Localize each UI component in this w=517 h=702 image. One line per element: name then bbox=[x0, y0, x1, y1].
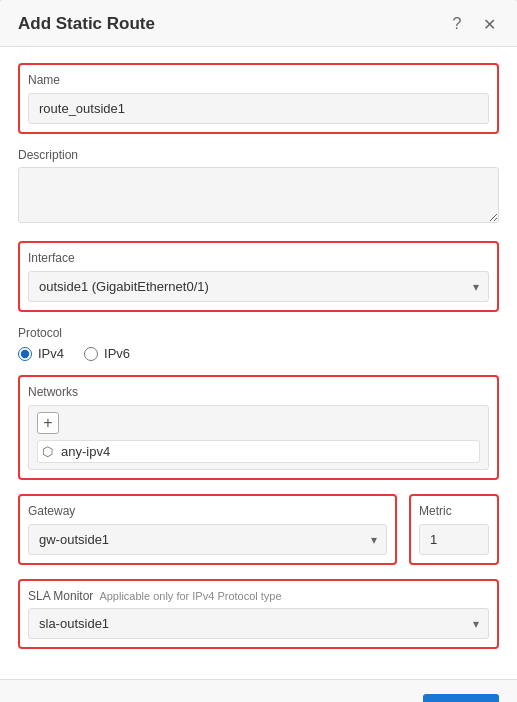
ipv4-radio-label[interactable]: IPv4 bbox=[18, 346, 64, 361]
network-item: ⬡ any-ipv4 bbox=[37, 440, 480, 463]
networks-label: Networks bbox=[28, 385, 489, 399]
dialog-footer: CANCEL OK bbox=[0, 679, 517, 702]
ipv6-radio-label[interactable]: IPv6 bbox=[84, 346, 130, 361]
cancel-button[interactable]: CANCEL bbox=[311, 694, 412, 702]
name-label: Name bbox=[28, 73, 489, 87]
description-input[interactable] bbox=[18, 167, 499, 223]
sla-monitor-select-wrapper: sla-outside1 bbox=[28, 608, 489, 639]
header-icons: ? ✕ bbox=[447, 14, 499, 34]
ipv4-radio[interactable] bbox=[18, 347, 32, 361]
network-icon: ⬡ bbox=[42, 444, 53, 459]
network-item-label: any-ipv4 bbox=[61, 444, 110, 459]
metric-group: Metric bbox=[409, 494, 499, 565]
ipv6-label: IPv6 bbox=[104, 346, 130, 361]
add-static-route-dialog: Add Static Route ? ✕ Name Description In… bbox=[0, 0, 517, 702]
sla-monitor-label: SLA Monitor bbox=[28, 589, 93, 603]
sla-label-row: SLA Monitor Applicable only for IPv4 Pro… bbox=[28, 589, 489, 603]
gateway-label: Gateway bbox=[28, 504, 387, 518]
ok-button[interactable]: OK bbox=[423, 694, 500, 702]
description-label: Description bbox=[18, 148, 499, 162]
protocol-radio-group: IPv4 IPv6 bbox=[18, 346, 499, 361]
interface-group: Interface outside1 (GigabitEthernet0/1) bbox=[18, 241, 499, 312]
help-icon[interactable]: ? bbox=[447, 14, 467, 34]
name-input[interactable] bbox=[28, 93, 489, 124]
gateway-metric-row: Gateway gw-outside1 Metric bbox=[18, 494, 499, 565]
networks-group: Networks + ⬡ any-ipv4 bbox=[18, 375, 499, 480]
gateway-group: Gateway gw-outside1 bbox=[18, 494, 397, 565]
networks-box: + ⬡ any-ipv4 bbox=[28, 405, 489, 470]
protocol-label: Protocol bbox=[18, 326, 499, 340]
interface-select[interactable]: outside1 (GigabitEthernet0/1) bbox=[28, 271, 489, 302]
metric-input[interactable] bbox=[419, 524, 489, 555]
ipv4-label: IPv4 bbox=[38, 346, 64, 361]
ipv6-radio[interactable] bbox=[84, 347, 98, 361]
networks-add-button[interactable]: + bbox=[37, 412, 59, 434]
close-icon[interactable]: ✕ bbox=[479, 14, 499, 34]
dialog-body: Name Description Interface outside1 (Gig… bbox=[0, 47, 517, 679]
interface-select-wrapper: outside1 (GigabitEthernet0/1) bbox=[28, 271, 489, 302]
dialog-title: Add Static Route bbox=[18, 14, 155, 34]
sla-monitor-select[interactable]: sla-outside1 bbox=[28, 608, 489, 639]
gateway-select-wrapper: gw-outside1 bbox=[28, 524, 387, 555]
metric-label: Metric bbox=[419, 504, 489, 518]
gateway-select[interactable]: gw-outside1 bbox=[28, 524, 387, 555]
sla-monitor-note: Applicable only for IPv4 Protocol type bbox=[99, 590, 281, 602]
description-group: Description bbox=[18, 148, 499, 227]
name-group: Name bbox=[18, 63, 499, 134]
sla-monitor-group: SLA Monitor Applicable only for IPv4 Pro… bbox=[18, 579, 499, 649]
interface-label: Interface bbox=[28, 251, 489, 265]
dialog-header: Add Static Route ? ✕ bbox=[0, 0, 517, 47]
protocol-group: Protocol IPv4 IPv6 bbox=[18, 326, 499, 361]
